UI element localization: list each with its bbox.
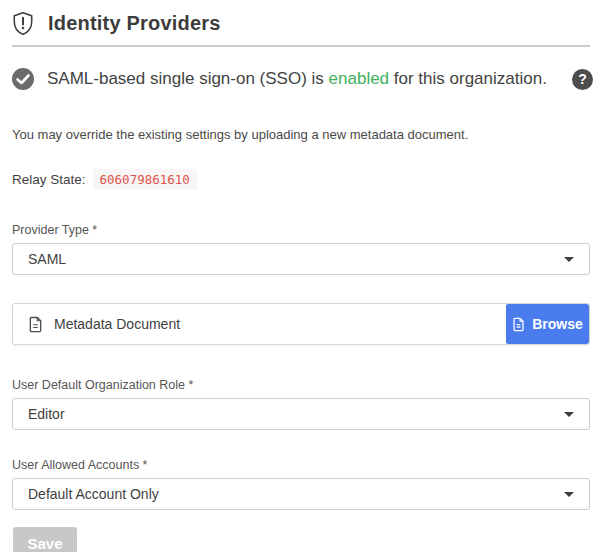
provider-type-value: SAML <box>28 251 564 267</box>
relay-state-value: 606079861610 <box>93 169 197 190</box>
metadata-file-input[interactable]: Metadata Document Browse <box>12 303 590 345</box>
user-default-org-role-value: Editor <box>28 406 564 422</box>
sso-status-row: SAML-based single sign-on (SSO) is enabl… <box>12 68 590 90</box>
status-prefix: SAML-based single sign-on (SSO) is <box>47 69 329 88</box>
document-icon <box>28 316 43 333</box>
browse-button-label: Browse <box>532 316 583 332</box>
page-title: Identity Providers <box>48 12 221 35</box>
shield-alert-icon <box>12 11 34 36</box>
sso-status-text: SAML-based single sign-on (SSO) is enabl… <box>47 69 547 89</box>
save-button[interactable]: Save <box>13 527 77 552</box>
chevron-down-icon <box>564 492 574 497</box>
sso-enabled-state: enabled <box>329 69 390 88</box>
provider-type-label: Provider Type * <box>12 223 590 237</box>
header-divider <box>12 45 590 47</box>
user-default-org-role-label: User Default Organization Role * <box>12 378 590 392</box>
identity-providers-panel: Identity Providers SAML-based single sig… <box>0 0 600 552</box>
user-allowed-accounts-select[interactable]: Default Account Only <box>12 478 590 510</box>
metadata-placeholder: Metadata Document <box>54 316 180 332</box>
provider-type-field: Provider Type * SAML <box>12 223 590 275</box>
chevron-down-icon <box>564 257 574 262</box>
status-suffix: for this organization. <box>389 69 547 88</box>
browse-button[interactable]: Browse <box>506 304 589 344</box>
relay-state-label: Relay State: <box>12 172 86 187</box>
user-default-org-role-select[interactable]: Editor <box>12 398 590 430</box>
chevron-down-icon <box>564 412 574 417</box>
user-default-org-role-field: User Default Organization Role * Editor <box>12 378 590 430</box>
provider-type-select[interactable]: SAML <box>12 243 590 275</box>
override-note: You may override the existing settings b… <box>12 127 590 142</box>
upload-document-icon <box>512 317 525 332</box>
check-circle-icon <box>12 68 34 90</box>
user-allowed-accounts-field: User Allowed Accounts * Default Account … <box>12 458 590 510</box>
relay-state-row: Relay State: 606079861610 <box>12 169 590 190</box>
help-icon[interactable]: ? <box>572 69 593 90</box>
user-allowed-accounts-label: User Allowed Accounts * <box>12 458 590 472</box>
user-allowed-accounts-value: Default Account Only <box>28 486 564 502</box>
page-header: Identity Providers <box>12 11 590 36</box>
